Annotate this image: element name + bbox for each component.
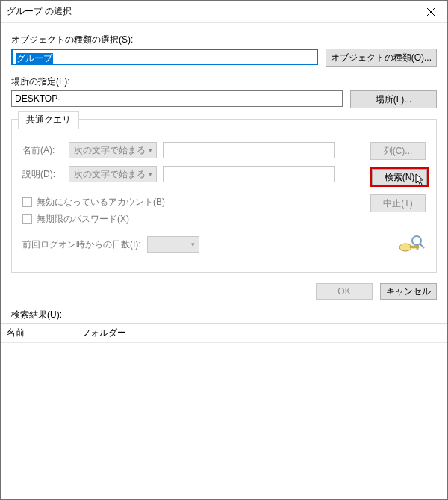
object-type-value: グループ	[16, 53, 53, 64]
search-button[interactable]: 検索(N)	[372, 169, 427, 185]
dialog-footer: OK キャンセル	[11, 283, 437, 300]
days-since-logon-combo[interactable]: ▾	[147, 236, 199, 253]
search-results-list[interactable]: 名前 フォルダー	[1, 323, 447, 499]
object-type-label: オブジェクトの種類の選択(S):	[11, 34, 437, 46]
query-form: 名前(A): 次の文字で始まる ▾ 説明(D): 次の文字で始まる ▾	[22, 142, 357, 260]
name-label: 名前(A):	[22, 144, 63, 157]
disabled-accounts-checkbox[interactable]	[22, 197, 32, 207]
nonexpiring-pw-checkbox[interactable]	[22, 214, 32, 224]
days-since-logon-label: 前回ログオン時からの日数(I):	[22, 238, 141, 251]
results-header: 名前 フォルダー	[1, 324, 447, 343]
chevron-down-icon: ▾	[149, 146, 152, 154]
stop-button[interactable]: 中止(T)	[370, 194, 426, 212]
dialog-select-groups: グループ の選択 オブジェクトの種類の選択(S): グループ オブジェクトの種類…	[0, 0, 448, 500]
name-match-combo[interactable]: 次の文字で始まる ▾	[69, 142, 157, 158]
location-input[interactable]	[11, 90, 343, 107]
svg-rect-6	[417, 246, 418, 250]
common-queries-tab[interactable]: 共通クエリ	[18, 111, 79, 129]
locations-button[interactable]: 場所(L)...	[350, 90, 437, 108]
chevron-down-icon: ▾	[191, 241, 195, 248]
desc-input[interactable]	[163, 166, 335, 182]
search-results-label: 検索結果(U):	[1, 309, 447, 321]
disabled-accounts-row: 無効になっているアカウント(B)	[22, 196, 357, 209]
columns-button[interactable]: 列(C)...	[370, 142, 426, 160]
desc-match-combo[interactable]: 次の文字で始まる ▾	[69, 166, 157, 182]
close-button[interactable]	[414, 1, 447, 23]
nonexpiring-pw-label: 無期限のパスワード(X)	[37, 213, 129, 226]
column-folder[interactable]: フォルダー	[75, 324, 447, 342]
main-content: オブジェクトの種類の選択(S): グループ オブジェクトの種類(O)... 場所…	[1, 23, 447, 304]
window-title: グループ の選択	[7, 5, 414, 18]
svg-point-2	[399, 244, 411, 251]
query-buttons: 列(C)... 検索(N) 中止(T)	[370, 142, 426, 260]
disabled-accounts-label: 無効になっているアカウント(B)	[37, 196, 165, 209]
object-type-input[interactable]: グループ	[11, 49, 318, 65]
ok-button[interactable]: OK	[316, 283, 373, 300]
common-queries-group: 共通クエリ 名前(A): 次の文字で始まる ▾ 説明(D): 次の文字で始まる …	[11, 119, 437, 273]
svg-line-4	[420, 244, 424, 248]
search-key-icon	[396, 233, 426, 256]
name-input[interactable]	[163, 142, 335, 158]
cancel-button[interactable]: キャンセル	[380, 283, 437, 300]
object-types-button[interactable]: オブジェクトの種類(O)...	[326, 49, 437, 67]
nonexpiring-pw-row: 無期限のパスワード(X)	[22, 213, 357, 226]
search-button-highlight: 検索(N)	[370, 167, 429, 187]
titlebar: グループ の選択	[1, 1, 447, 23]
close-icon	[427, 8, 435, 16]
location-label: 場所の指定(F):	[11, 75, 437, 88]
desc-label: 説明(D):	[22, 168, 63, 181]
chevron-down-icon: ▾	[149, 170, 152, 178]
column-name[interactable]: 名前	[1, 324, 75, 342]
